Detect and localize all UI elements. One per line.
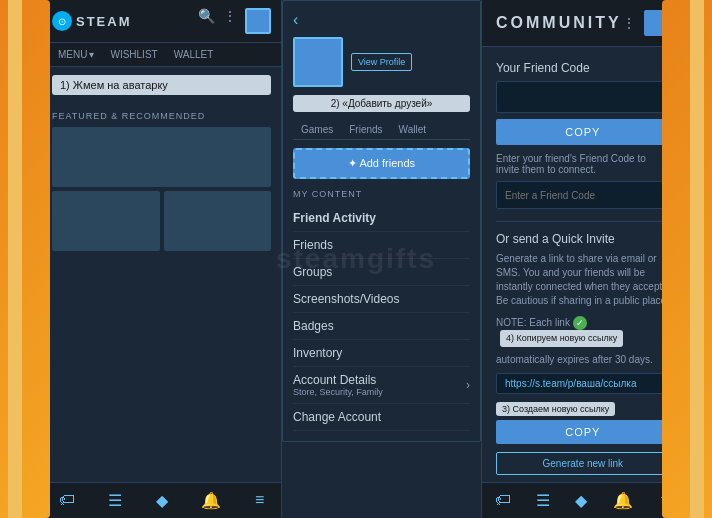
- profile-overlay: ‹ View Profile 2) «Добавить друзей» Game…: [282, 0, 481, 442]
- friend-code-input[interactable]: [496, 81, 670, 113]
- featured-section: FEATURED & RECOMMENDED: [42, 103, 281, 259]
- steam-logo: ⊙ STEAM: [52, 11, 132, 31]
- invite-note: NOTE: Each link ✓ 4) Копируем новую ссыл…: [496, 316, 670, 347]
- bottom-nav-list[interactable]: ☰: [108, 491, 122, 510]
- account-details-item[interactable]: Account Details Store, Security, Family …: [293, 367, 470, 404]
- step2-tooltip: 2) «Добавить друзей»: [293, 95, 470, 112]
- step1-tooltip: 1) Жмем на аватарку: [52, 75, 271, 95]
- tab-friends[interactable]: Friends: [341, 120, 390, 139]
- featured-item-wide: [52, 127, 271, 187]
- bottom-nav-tag[interactable]: 🏷: [59, 491, 75, 510]
- community-content: Your Friend Code COPY Enter your friend'…: [482, 47, 684, 482]
- community-bottom-tag[interactable]: 🏷: [495, 491, 511, 510]
- profile-tabs: Games Friends Wallet: [293, 120, 470, 140]
- view-profile-button[interactable]: View Profile: [351, 53, 412, 71]
- change-account-item[interactable]: Change Account: [293, 404, 470, 431]
- screenshots-videos-item[interactable]: Screenshots/Videos: [293, 286, 470, 313]
- community-bottom-diamond[interactable]: ◆: [575, 491, 587, 510]
- inventory-item[interactable]: Inventory: [293, 340, 470, 367]
- steam-left-panel: ⊙ STEAM 🔍 ⋮ MENU ▾ WISHLIST WALLET 1) Жм: [42, 0, 282, 518]
- step3-tooltip: 3) Создаем новую ссылку: [496, 402, 615, 416]
- steam-header-icons: 🔍 ⋮: [198, 8, 271, 34]
- avatar[interactable]: [245, 8, 271, 34]
- profile-avatar: [293, 37, 343, 87]
- enter-code-hint: Enter your friend's Friend Code to invit…: [496, 153, 670, 175]
- account-sub-label: Store, Security, Family: [293, 387, 383, 397]
- friend-code-label: Your Friend Code: [496, 61, 670, 75]
- steam-nav-bar: MENU ▾ WISHLIST WALLET: [42, 43, 281, 67]
- arrow-right-icon: ›: [466, 378, 470, 392]
- quick-invite-title: Or send a Quick Invite: [496, 232, 670, 246]
- divider: [496, 221, 670, 222]
- copy-invite-button[interactable]: COPY: [496, 420, 670, 444]
- steam-header: ⊙ STEAM 🔍 ⋮: [42, 0, 281, 43]
- main-container: ⊙ STEAM 🔍 ⋮ MENU ▾ WISHLIST WALLET 1) Жм: [42, 0, 670, 518]
- nav-menu[interactable]: MENU ▾: [50, 43, 102, 66]
- copy-friend-code-button[interactable]: COPY: [496, 119, 670, 145]
- step4-tooltip: 4) Копируем новую ссылку: [500, 330, 623, 347]
- quick-invite-desc: Generate a link to share via email or SM…: [496, 252, 670, 308]
- badges-item[interactable]: Badges: [293, 313, 470, 340]
- community-more-icon[interactable]: ⋮: [622, 15, 636, 31]
- profile-avatar-area: View Profile: [293, 37, 470, 87]
- featured-label: FEATURED & RECOMMENDED: [52, 111, 271, 121]
- invite-link: https://s.team/p/ваша/ссылка: [496, 373, 670, 394]
- add-friends-button[interactable]: ✦ Add friends: [293, 148, 470, 179]
- community-header: COMMUNITY ⋮: [482, 0, 684, 47]
- gift-ribbon-left: [8, 0, 22, 518]
- featured-item-1: [52, 191, 160, 251]
- check-icon: ✓: [573, 316, 587, 330]
- community-bottom-list[interactable]: ☰: [536, 491, 550, 510]
- bottom-nav-bell[interactable]: 🔔: [201, 491, 221, 510]
- featured-item-2: [164, 191, 272, 251]
- nav-wallet[interactable]: WALLET: [166, 43, 222, 66]
- account-details-label: Account Details: [293, 373, 383, 387]
- enter-friend-code-input[interactable]: [496, 181, 670, 209]
- gift-ribbon-right: [690, 0, 704, 518]
- back-button[interactable]: ‹: [293, 11, 470, 29]
- invite-note-text: NOTE: Each link: [496, 317, 570, 328]
- groups-item[interactable]: Groups: [293, 259, 470, 286]
- search-icon[interactable]: 🔍: [198, 8, 215, 34]
- community-title: COMMUNITY: [496, 14, 622, 32]
- friend-activity-item[interactable]: Friend Activity: [293, 205, 470, 232]
- gift-left-decoration: [0, 0, 50, 518]
- community-right-panel: COMMUNITY ⋮ Your Friend Code COPY Enter …: [482, 0, 684, 518]
- steam-bottom-nav: 🏷 ☰ ◆ 🔔 ≡: [42, 482, 281, 518]
- friends-item[interactable]: Friends: [293, 232, 470, 259]
- nav-wishlist[interactable]: WISHLIST: [102, 43, 165, 66]
- tab-wallet[interactable]: Wallet: [391, 120, 434, 139]
- profile-middle-panel: ‹ View Profile 2) «Добавить друзей» Game…: [282, 0, 482, 518]
- invite-note2: automatically expires after 30 days.: [496, 353, 670, 367]
- gift-right-decoration: [662, 0, 712, 518]
- generate-link-button[interactable]: Generate new link: [496, 452, 670, 475]
- community-bottom-bell[interactable]: 🔔: [613, 491, 633, 510]
- bottom-nav-diamond[interactable]: ◆: [156, 491, 168, 510]
- bottom-nav-menu[interactable]: ≡: [255, 491, 264, 510]
- tab-games[interactable]: Games: [293, 120, 341, 139]
- more-icon[interactable]: ⋮: [223, 8, 237, 34]
- steam-icon: ⊙: [52, 11, 72, 31]
- my-content-label: MY CONTENT: [293, 189, 470, 199]
- steam-title: STEAM: [76, 14, 132, 29]
- featured-grid: [52, 127, 271, 251]
- community-bottom-nav: 🏷 ☰ ◆ 🔔 ⬆: [482, 482, 684, 518]
